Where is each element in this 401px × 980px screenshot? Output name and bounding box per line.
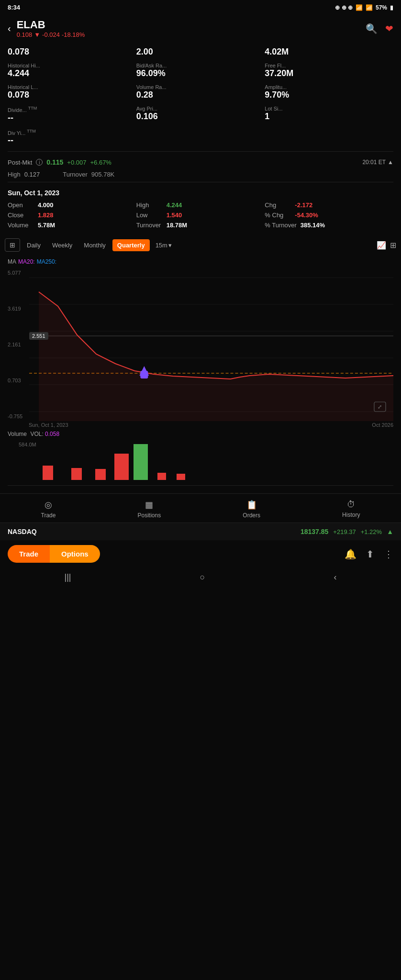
hist-hi-cell: Historical Hi... 4.244 [8, 60, 136, 81]
search-icon[interactable]: 🔍 [366, 23, 378, 34]
nasdaq-price: 18137.85 [301, 528, 328, 535]
chg-value: -2.172 [295, 201, 312, 209]
hist-lo-label: Historical L... [8, 84, 136, 90]
date-label: Sun, Oct 1, 2023 [8, 189, 59, 197]
header-left: ‹ ELAB 0.108 ▼ -0.024 -18.18% [8, 19, 85, 38]
trade-icon: ◎ [45, 500, 52, 510]
post-mkt-label: Post-Mkt [8, 159, 32, 166]
lexus-icon: ⊕ ⊕ ⊕ [335, 4, 353, 11]
trade-button[interactable]: Trade [8, 545, 50, 563]
sys-home-icon[interactable]: ○ [200, 572, 205, 582]
ma-prefix: MA [8, 258, 16, 265]
orders-icon: 📋 [246, 500, 257, 510]
lot-si-label: Lot Si... [265, 106, 393, 111]
avg-pri-cell: Avg Pri... 0.106 [136, 103, 265, 126]
chart-date-from: Sun, Oct 1, 2023 [29, 422, 68, 428]
pct-turnover-label: % Turnover [265, 222, 296, 229]
free-fl-cell: Free Fl... 37.20M [265, 60, 393, 81]
div-val: -- [8, 113, 136, 123]
close-value: 1.828 [38, 212, 54, 219]
battery-icon: ▮ [390, 4, 393, 11]
chart-type-icon[interactable]: 📈 [377, 241, 386, 250]
high-value: 0.127 [24, 171, 40, 178]
tab-15m[interactable]: 15m ▾ [152, 239, 176, 251]
ma250-label: MA250: [37, 258, 56, 265]
metric-val-0: 0.078 [8, 47, 136, 57]
nasdaq-label: NASDAQ [8, 528, 37, 535]
chart-tabs-bar: ⊞ Daily Weekly Monthly Quarterly 15m ▾ 📈… [0, 234, 401, 256]
bid-ask-label: Bid/Ask Ra... [136, 63, 265, 68]
chart-date-labels: Sun, Oct 1, 2023 Oct 2026 [0, 421, 401, 429]
pct-turnover-value: 385.14% [301, 222, 325, 229]
chg-label: Chg [265, 201, 291, 209]
svg-rect-17 [114, 454, 129, 480]
turnover-label: Turnover [63, 171, 88, 178]
div-yi-val: -- [8, 135, 136, 145]
metrics-row-4: Divide... TTM -- Avg Pri... 0.106 Lot Si… [0, 103, 401, 126]
amp-label: Amplitu... [265, 84, 393, 90]
pct-chg-value: -54.30% [295, 212, 318, 219]
y-label-3: 2.161 [8, 342, 29, 347]
svg-rect-20 [177, 474, 185, 480]
hist-hi-val: 4.244 [8, 68, 136, 78]
low-value: 1.540 [167, 212, 182, 219]
chart-date-to: Oct 2026 [372, 422, 393, 428]
tab-end-icons: 📈 ⊞ [377, 241, 396, 250]
volume-section: Volume VOL: 0.058 584.0M [0, 429, 401, 482]
bid-ask-val: 96.09% [136, 68, 265, 78]
back-button[interactable]: ‹ [8, 23, 11, 34]
svg-marker-8 [39, 292, 393, 421]
nasdaq-bar: NASDAQ 18137.85 +219.37 +1.22% ▲ [0, 523, 401, 540]
sys-menu-icon[interactable]: ||| [65, 572, 71, 582]
metric-3: 4.02M [265, 44, 393, 60]
turnover-label2: Turnover [136, 222, 163, 229]
nav-positions[interactable]: ▦ Positions [138, 500, 161, 519]
nav-orders[interactable]: 📋 Orders [243, 500, 260, 519]
favorite-icon[interactable]: ❤ [385, 23, 393, 34]
nav-history[interactable]: ⏱ History [342, 500, 360, 519]
grid-icon[interactable]: ⊞ [390, 241, 396, 250]
nav-trade[interactable]: ◎ Trade [41, 500, 56, 519]
positions-icon: ▦ [145, 500, 153, 510]
y-label-5: 5.077 [8, 270, 29, 276]
y-label-2: 0.703 [8, 378, 29, 383]
tab-monthly[interactable]: Monthly [79, 239, 111, 251]
bell-icon[interactable]: 🔔 [345, 548, 356, 560]
turnover-value2: 18.78M [167, 222, 187, 229]
chart-svg-area: ⤢ 2.551 [29, 268, 393, 421]
open-label: Open [8, 201, 34, 209]
bid-ask-cell: Bid/Ask Ra... 96.09% [136, 60, 265, 81]
div-label: Divide... TTM [8, 106, 136, 113]
price-label: 0.108 [17, 31, 33, 38]
vol-ra-label: Volume Ra... [136, 84, 265, 90]
tab-quarterly[interactable]: Quarterly [112, 239, 150, 251]
close-label: Close [8, 212, 34, 219]
divider-2 [8, 182, 393, 182]
svg-rect-10 [140, 371, 148, 379]
avg-pri-label: Avg Pri... [136, 106, 265, 111]
high-label: High [8, 171, 21, 178]
chart-svg: ⤢ [29, 268, 393, 421]
tab-daily[interactable]: Daily [22, 239, 45, 251]
svg-rect-16 [95, 469, 106, 480]
hist-hi-label: Historical Hi... [8, 63, 136, 68]
ohlcv-pct-chg: % Chg -54.30% [265, 211, 393, 220]
volume-value: 5.78M [38, 222, 55, 229]
volume-header: Volume VOL: 0.058 [8, 431, 393, 437]
post-mkt-time: 20:01 ET [362, 159, 386, 166]
share-icon[interactable]: ⬆ [366, 548, 374, 560]
vol-value: 0.058 [45, 431, 59, 437]
high-label2: High [136, 201, 163, 209]
svg-text:584.0M: 584.0M [19, 442, 36, 447]
svg-rect-18 [134, 444, 148, 480]
more-icon[interactable]: ⋮ [384, 548, 393, 560]
candlestick-icon[interactable]: ⊞ [5, 238, 20, 252]
date-section: Sun, Oct 1, 2023 [0, 185, 401, 199]
wifi-icon: 📶 [356, 4, 363, 11]
sys-nav: ||| ○ ‹ [0, 568, 401, 586]
options-button[interactable]: Options [50, 545, 100, 563]
free-fl-label: Free Fl... [265, 63, 393, 68]
tab-weekly[interactable]: Weekly [47, 239, 77, 251]
sys-back-icon[interactable]: ‹ [334, 572, 336, 582]
history-icon: ⏱ [347, 500, 356, 510]
